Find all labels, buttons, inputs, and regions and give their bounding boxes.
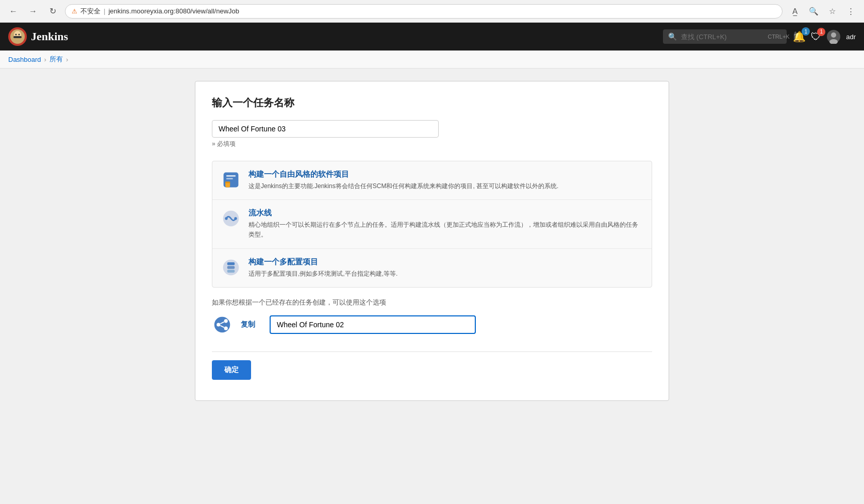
search-bar[interactable]: 🔍 CTRL+K ? [663, 29, 787, 44]
multiconfig-title: 构建一个多配置项目 [248, 257, 397, 267]
multiconfig-desc: 适用于多配置项目,例如多环境测试,平台指定构建,等等. [248, 269, 397, 279]
search-icon: 🔍 [668, 32, 677, 41]
svg-rect-18 [227, 266, 235, 268]
svg-point-14 [225, 217, 227, 220]
multiconfig-info: 构建一个多配置项目 适用于多配置项目,例如多环境测试,平台指定构建,等等. [248, 257, 397, 279]
copy-row: 复制 [212, 314, 652, 335]
job-type-pipeline[interactable]: 流水线 精心地组织一个可以长期运行在多个节点上的任务。适用于构建流水线（更加正式… [212, 200, 652, 248]
freestyle-title: 构建一个自由风格的软件项目 [248, 170, 558, 179]
browser-action-buttons: A̲ 🔍 ☆ ⋮ [788, 4, 858, 19]
jenkins-header: Jenkins 🔍 CTRL+K ? 🔔 1 🛡 1 adr [0, 23, 864, 51]
svg-rect-19 [227, 270, 235, 272]
svg-point-2 [15, 34, 17, 36]
svg-point-22 [224, 319, 228, 323]
back-button[interactable]: ← [6, 4, 21, 19]
pipeline-info: 流水线 精心地组织一个可以长期运行在多个节点上的任务。适用于构建流水线（更加正式… [248, 208, 643, 240]
address-warning-text: 不安全 [80, 7, 101, 16]
user-avatar-icon [826, 29, 841, 44]
browser-menu-btn[interactable]: ⋮ [843, 4, 858, 19]
svg-point-21 [217, 323, 220, 326]
job-type-multiconfig[interactable]: 构建一个多配置项目 适用于多配置项目,例如多环境测试,平台指定构建,等等. [212, 249, 652, 287]
forward-button[interactable]: → [26, 4, 40, 19]
svg-rect-11 [226, 175, 236, 177]
copy-label: 复制 [241, 320, 261, 329]
form-title: 输入一个任务名称 [212, 96, 652, 110]
browser-fav-btn[interactable]: ☆ [825, 4, 839, 19]
svg-rect-10 [225, 182, 230, 183]
browser-profile-btn[interactable]: A̲ [788, 4, 802, 19]
task-name-input[interactable] [212, 120, 439, 138]
browser-chrome: ← → ↻ ⚠ 不安全 | jenkins.mooreyxia.org:8080… [0, 0, 864, 23]
user-avatar-btn[interactable] [826, 29, 841, 44]
multiconfig-icon [221, 257, 241, 278]
reload-button[interactable]: ↻ [45, 4, 60, 19]
jenkins-logo-text: Jenkins [31, 30, 68, 43]
breadcrumb-dashboard[interactable]: Dashboard [8, 56, 41, 63]
svg-point-6 [831, 32, 836, 38]
required-hint: » 必填项 [212, 140, 652, 148]
page-content: 输入一个任务名称 » 必填项 构建一个自由风格的软件项 [0, 69, 864, 413]
notification-bell-btn[interactable]: 🔔 1 [793, 30, 806, 43]
job-type-freestyle[interactable]: 构建一个自由风格的软件项目 这是Jenkins的主要功能.Jenkins将会结合… [212, 161, 652, 200]
copy-hint-text: 如果你想根据一个已经存在的任务创建，可以使用这个选项 [212, 298, 652, 307]
address-separator: | [104, 7, 105, 15]
copy-section: 如果你想根据一个已经存在的任务创建，可以使用这个选项 复制 [212, 298, 652, 335]
copy-section-icon [212, 314, 232, 335]
security-warning-icon: ⚠ [72, 8, 77, 15]
button-area: 确定 [212, 351, 652, 380]
jenkins-logo[interactable]: Jenkins [8, 27, 68, 46]
shield-btn[interactable]: 🛡 1 [811, 31, 821, 43]
shield-badge: 1 [817, 28, 825, 36]
search-input[interactable] [681, 33, 763, 41]
freestyle-desc: 这是Jenkins的主要功能.Jenkins将会结合任何SCM和任何构建系统来构… [248, 181, 558, 191]
pipeline-title: 流水线 [248, 208, 643, 218]
job-types-list: 构建一个自由风格的软件项目 这是Jenkins的主要功能.Jenkins将会结合… [212, 161, 652, 288]
form-container: 输入一个任务名称 » 必填项 构建一个自由风格的软件项 [195, 81, 669, 401]
breadcrumb-all[interactable]: 所有 [49, 55, 63, 64]
freestyle-icon [221, 170, 241, 190]
jenkins-avatar-svg [10, 29, 25, 44]
svg-rect-4 [13, 36, 22, 38]
pipeline-icon [221, 208, 241, 229]
svg-rect-12 [226, 178, 233, 179]
pipeline-desc: 精心地组织一个可以长期运行在多个节点上的任务。适用于构建流水线（更加正式地应当称… [248, 220, 643, 240]
copy-from-input[interactable] [270, 315, 476, 334]
search-shortcut: CTRL+K [768, 33, 790, 40]
svg-point-3 [19, 34, 20, 36]
breadcrumb-sep-1: › [44, 56, 46, 63]
address-url-text: jenkins.mooreyxia.org:8080/view/all/newJ… [108, 7, 239, 15]
address-bar[interactable]: ⚠ 不安全 | jenkins.mooreyxia.org:8080/view/… [65, 4, 783, 19]
jenkins-logo-icon [8, 27, 27, 46]
freestyle-info: 构建一个自由风格的软件项目 这是Jenkins的主要功能.Jenkins将会结合… [248, 170, 558, 191]
svg-point-23 [224, 326, 228, 330]
svg-rect-17 [227, 262, 235, 265]
notification-badge: 1 [802, 27, 810, 36]
header-icons: 🔔 1 🛡 1 adr [793, 29, 856, 44]
confirm-button[interactable]: 确定 [212, 360, 251, 380]
breadcrumb-sep-2: › [66, 56, 68, 63]
svg-point-15 [234, 217, 237, 220]
task-name-section: » 必填项 [212, 120, 652, 148]
breadcrumb: Dashboard › 所有 › [0, 51, 864, 69]
browser-zoom-btn[interactable]: 🔍 [806, 4, 821, 19]
user-label[interactable]: adr [846, 33, 856, 41]
